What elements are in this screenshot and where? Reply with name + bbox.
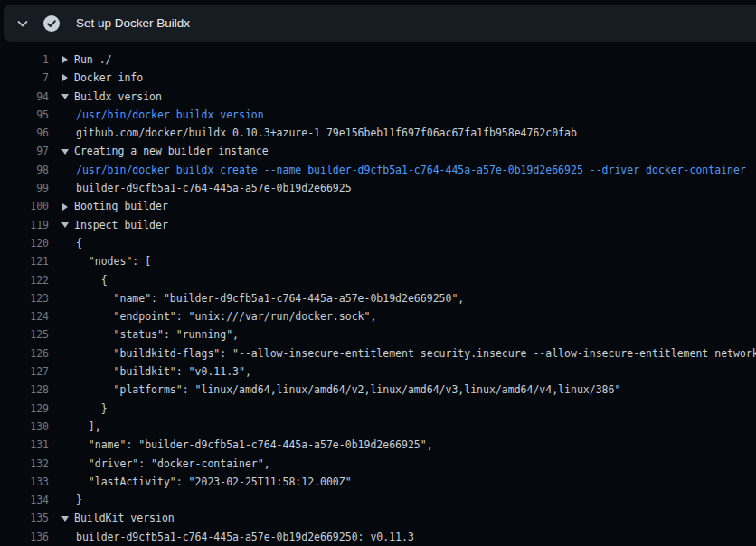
log-group-line[interactable]: 135BuildKit version	[0, 509, 756, 527]
output-text: "nodes": [	[74, 252, 756, 270]
log-container: 1Run ./7Docker info94Buildx version95/us…	[0, 42, 756, 546]
output-text: "endpoint": "unix:///var/run/docker.sock…	[74, 307, 756, 325]
log-group-line[interactable]: 94Buildx version	[0, 88, 756, 106]
log-line: 123 "name": "builder-d9cfb5a1-c764-445a-…	[0, 289, 756, 307]
line-number[interactable]: 121	[0, 252, 49, 270]
group-title: Docker info	[74, 69, 756, 87]
caret-down-icon[interactable]	[61, 149, 69, 155]
caret-down-icon[interactable]	[61, 516, 69, 522]
line-number[interactable]: 97	[0, 142, 49, 160]
log-line: 99builder-d9cfb5a1-c764-445a-a57e-0b19d2…	[0, 179, 756, 197]
log-line: 95/usr/bin/docker buildx version	[0, 106, 756, 124]
group-title: BuildKit version	[74, 509, 756, 527]
output-text: github.com/docker/buildx 0.10.3+azure-1 …	[74, 124, 756, 142]
line-number[interactable]: 1	[0, 51, 49, 69]
log-line: 120{	[0, 234, 756, 252]
caret-slot	[61, 203, 74, 211]
line-number[interactable]: 98	[0, 161, 49, 179]
line-number[interactable]: 134	[0, 491, 49, 509]
output-text: "buildkit": "v0.11.3",	[74, 362, 756, 381]
line-number[interactable]: 119	[0, 216, 49, 234]
log-group-line[interactable]: 119Inspect builder	[0, 216, 756, 234]
line-number[interactable]: 94	[0, 88, 49, 106]
log-group-line[interactable]: 1Run ./	[0, 51, 756, 69]
line-number[interactable]: 136	[0, 528, 49, 546]
log-line: 130 ],	[0, 418, 756, 436]
caret-right-icon[interactable]	[62, 74, 68, 81]
log-line: 125 "status": "running",	[0, 325, 756, 344]
output-text: {	[74, 271, 756, 289]
output-text: "buildkitd-flags": "--allow-insecure-ent…	[74, 344, 756, 362]
output-text: "driver": "docker-container",	[74, 455, 756, 473]
line-number[interactable]: 100	[0, 197, 49, 215]
line-number[interactable]: 131	[0, 436, 49, 454]
output-text: "status": "running",	[74, 325, 756, 344]
caret-down-icon[interactable]	[61, 222, 69, 228]
log-line: 132 "driver": "docker-container",	[0, 455, 756, 473]
caret-slot	[61, 516, 74, 522]
line-number[interactable]: 132	[0, 455, 49, 473]
output-text: ],	[74, 418, 756, 436]
log-line: 127 "buildkit": "v0.11.3",	[0, 362, 756, 381]
group-title: Inspect builder	[74, 216, 756, 234]
log-line: 128 "platforms": "linux/amd64,linux/amd6…	[0, 381, 756, 399]
line-number[interactable]: 128	[0, 381, 49, 399]
group-title: Run ./	[74, 51, 756, 69]
line-number[interactable]: 99	[0, 179, 49, 197]
line-number[interactable]: 96	[0, 124, 49, 142]
caret-down-icon[interactable]	[61, 94, 69, 99]
output-text: "platforms": "linux/amd64,linux/amd64/v2…	[74, 381, 756, 399]
log-line: 122 {	[0, 271, 756, 289]
caret-slot	[61, 74, 74, 81]
log-line: 96github.com/docker/buildx 0.10.3+azure-…	[0, 124, 756, 142]
log-line: 136builder-d9cfb5a1-c764-445a-a57e-0b19d…	[0, 528, 756, 546]
line-number[interactable]: 126	[0, 344, 49, 362]
step-header[interactable]: Set up Docker Buildx	[4, 5, 756, 42]
caret-slot	[61, 56, 74, 63]
group-title: Booting builder	[74, 197, 756, 215]
command-text: /usr/bin/docker buildx create --name bui…	[74, 161, 756, 179]
output-text: builder-d9cfb5a1-c764-445a-a57e-0b19d2e6…	[74, 179, 756, 197]
chevron-down-icon[interactable]	[15, 16, 30, 31]
line-number[interactable]: 124	[0, 307, 49, 325]
line-number[interactable]: 125	[0, 325, 49, 344]
log-line: 121 "nodes": [	[0, 252, 756, 270]
caret-right-icon[interactable]	[62, 56, 68, 63]
caret-slot	[61, 149, 74, 155]
caret-right-icon[interactable]	[62, 203, 68, 211]
line-number[interactable]: 130	[0, 418, 49, 436]
line-number[interactable]: 95	[0, 106, 49, 124]
output-text: }	[74, 491, 756, 509]
step-title: Set up Docker Buildx	[76, 16, 190, 30]
log-line: 134}	[0, 491, 756, 509]
log-group-line[interactable]: 7Docker info	[0, 69, 756, 87]
log-line: 131 "name": "builder-d9cfb5a1-c764-445a-…	[0, 436, 756, 454]
check-circle-icon	[43, 15, 60, 32]
output-text: {	[74, 234, 756, 252]
line-number[interactable]: 7	[0, 69, 49, 87]
line-number[interactable]: 120	[0, 234, 49, 252]
line-number[interactable]: 135	[0, 509, 49, 527]
log-line: 133 "lastActivity": "2023-02-25T11:58:12…	[0, 473, 756, 491]
caret-slot	[61, 222, 74, 228]
log-group-line[interactable]: 97Creating a new builder instance	[0, 142, 756, 160]
output-text: "lastActivity": "2023-02-25T11:58:12.000…	[74, 473, 756, 491]
command-text: /usr/bin/docker buildx version	[74, 106, 756, 124]
output-text: "name": "builder-d9cfb5a1-c764-445a-a57e…	[74, 436, 756, 454]
log-line: 126 "buildkitd-flags": "--allow-insecure…	[0, 344, 756, 362]
output-text: builder-d9cfb5a1-c764-445a-a57e-0b19d2e6…	[74, 528, 756, 546]
log-line: 124 "endpoint": "unix:///var/run/docker.…	[0, 307, 756, 325]
log-group-line[interactable]: 100Booting builder	[0, 197, 756, 215]
line-number[interactable]: 129	[0, 400, 49, 418]
group-title: Buildx version	[74, 88, 756, 106]
line-number[interactable]: 127	[0, 362, 49, 381]
log-line: 98/usr/bin/docker buildx create --name b…	[0, 161, 756, 179]
line-number[interactable]: 122	[0, 271, 49, 289]
line-number[interactable]: 133	[0, 473, 49, 491]
output-text: "name": "builder-d9cfb5a1-c764-445a-a57e…	[74, 289, 756, 307]
log-line: 129 }	[0, 400, 756, 418]
group-title: Creating a new builder instance	[74, 142, 756, 160]
output-text: }	[74, 400, 756, 418]
line-number[interactable]: 123	[0, 289, 49, 307]
caret-slot	[61, 94, 74, 99]
